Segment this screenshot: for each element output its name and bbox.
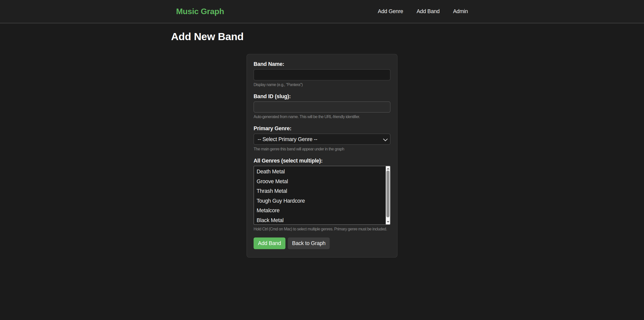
band-name-label: Band Name: [254, 61, 390, 67]
brand-link[interactable]: Music Graph [176, 7, 224, 16]
all-genres-listbox[interactable]: Death Metal Groove Metal Thrash Metal To… [254, 166, 390, 225]
primary-genre-select[interactable]: -- Select Primary Genre -- [254, 134, 390, 145]
scrollbar-down-icon[interactable] [386, 221, 389, 223]
navbar-inner: Music Graph Add Genre Add Band Admin [176, 0, 468, 23]
listbox-scrollbar[interactable] [386, 166, 390, 224]
genre-option[interactable]: Groove Metal [254, 176, 390, 186]
form-buttons: Add Band Back to Graph [254, 237, 390, 249]
chevron-down-icon [383, 137, 388, 141]
all-genres-group: All Genres (select multiple): Death Meta… [254, 157, 390, 232]
genre-options: Death Metal Groove Metal Thrash Metal To… [254, 167, 390, 225]
nav-link-admin[interactable]: Admin [453, 8, 468, 14]
genre-option[interactable]: Thrash Metal [254, 186, 390, 196]
primary-genre-help: The main genre this band will appear und… [254, 146, 390, 152]
band-name-group: Band Name: Display name (e.g., "Pantera"… [254, 61, 390, 88]
nav-link-add-band[interactable]: Add Band [417, 8, 440, 14]
page-title: Add New Band [171, 31, 473, 43]
primary-genre-label: Primary Genre: [254, 125, 390, 131]
scrollbar-up-icon[interactable] [386, 168, 389, 170]
all-genres-help: Hold Ctrl (Cmd on Mac) to select multipl… [254, 226, 390, 232]
band-id-help: Auto-generated from name. This will be t… [254, 114, 390, 120]
page: Music Graph Add Genre Add Band Admin Add… [0, 0, 644, 320]
genre-option[interactable]: Death Metal [254, 167, 390, 176]
band-id-group: Band ID (slug): Auto-generated from name… [254, 93, 390, 120]
all-genres-label: All Genres (select multiple): [254, 157, 390, 164]
genre-option[interactable]: Black Metal [254, 215, 390, 225]
add-band-form-card: Band Name: Display name (e.g., "Pantera"… [246, 54, 397, 258]
back-to-graph-button[interactable]: Back to Graph [288, 237, 330, 249]
nav-link-add-genre[interactable]: Add Genre [378, 8, 403, 14]
band-id-label: Band ID (slug): [254, 93, 390, 99]
nav-links: Add Genre Add Band Admin [378, 8, 468, 14]
band-id-input[interactable] [254, 101, 390, 113]
navbar: Music Graph Add Genre Add Band Admin [0, 0, 644, 23]
genre-option[interactable]: Metalcore [254, 206, 390, 215]
scrollbar-thumb[interactable] [386, 170, 389, 217]
primary-genre-group: Primary Genre: -- Select Primary Genre -… [254, 125, 390, 152]
main-content: Add New Band Band Name: Display name (e.… [171, 31, 473, 257]
primary-genre-selected-value: -- Select Primary Genre -- [258, 136, 317, 142]
add-band-button[interactable]: Add Band [254, 237, 285, 249]
band-name-input[interactable] [254, 69, 390, 81]
genre-option[interactable]: Tough Guy Hardcore [254, 196, 390, 205]
band-name-help: Display name (e.g., "Pantera") [254, 82, 390, 87]
